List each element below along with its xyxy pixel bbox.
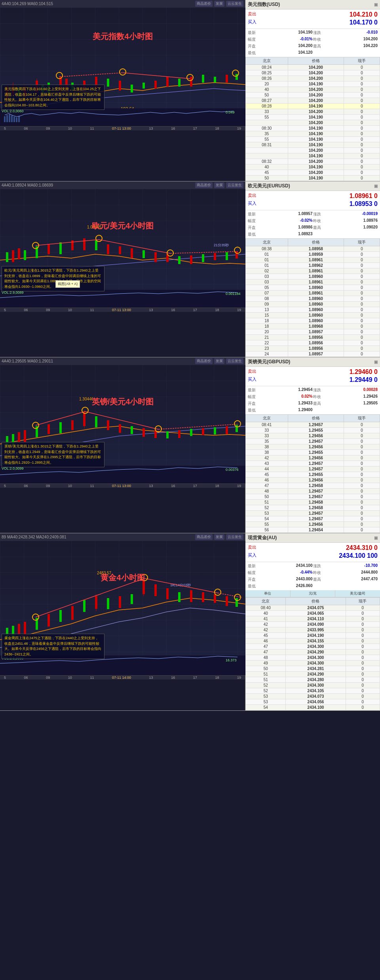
price-table-gold: 北京 价格 现手 08:40 2434.075 0 40 2434.065 0 … [245,597,380,710]
panel-title-gbp: 英镑美元(GBPUSD) [248,359,290,365]
chart-ma-label-gold: 89 MA40:2428.342 MA240:2409.081 [2,535,66,539]
detail-row-usd-3: 昨收 104.200 [313,36,378,43]
table-row: 23 1.08956 0 [246,346,380,351]
chart-ma-label-eur: 4A40:1.08924 MA60:1.08699 [2,183,53,187]
cloud-btn-gbp[interactable]: 云云发生 [226,358,243,364]
svg-rect-88 [71,420,74,430]
panel-title-eur: 欧元美元(EURUSD) [248,183,290,189]
table-row: 45 1.29455 0 [246,472,380,478]
eurusd-right-panel: 欧元美元(EURUSD) ▣ 卖出 1.08961 0 买入 1.08953 0… [245,181,380,357]
commodity-spread-btn-gold[interactable]: 商品差价 [195,534,213,540]
price-table-eur: 北京 价格 现手 08:38 1.08958 0 01 1.08959 0 01… [245,238,380,357]
sell-label-usd: 卖出 [248,11,256,18]
svg-rect-49 [12,250,14,262]
chart-header-eur: 4A40:1.08924 MA60:1.08699 商品差价 发展 云云发生 [0,181,245,189]
chart-canvas-gold: 黄金4小时图 2483.57 1时14分03秒 [0,541,245,675]
chart-annotation-eur: 欧元/美元周四上涨在1.3015之下遇阻，下跌在1.2940之上受到支持，收盘在… [2,266,104,291]
svg-rect-111 [0,466,245,483]
usd-index-chart: 4A40:104.269 MA60:104.515 商品差价 发展 云云发生 美… [0,0,245,181]
table-row: 08:25 104.200 0 [246,70,380,76]
svg-rect-27 [214,77,216,83]
develop-btn-gold[interactable]: 发展 [214,534,224,540]
table-row: 33 1.29455 0 [246,428,380,433]
chart-controls-usd[interactable]: 商品差价 发展 云云发生 [195,1,243,7]
price-display-usd: 卖出 104.210 0 买入 104.170 0 [245,9,380,29]
table-row: 45 104.200 0 [246,170,380,176]
table-row: 44 1.29457 0 [246,466,380,472]
svg-rect-100 [202,428,204,435]
develop-btn-gbp[interactable]: 发展 [214,358,224,364]
buy-price-eur: 1.08953 0 [350,200,378,208]
buy-price-usd: 104.170 0 [350,19,378,26]
develop-btn-usd[interactable]: 发展 [214,1,224,7]
panel-header-usd: 美元指数(USD) ▣ [245,0,380,9]
svg-rect-132 [154,584,157,596]
panel-icon-gold: ▣ [374,536,378,540]
svg-rect-57 [95,240,97,250]
chart-controls-gold[interactable]: 商品差价 发展 云云发生 [195,534,243,540]
table-row: 47 2434.290 0 [246,650,380,655]
table-row: 47 2434.300 0 [246,644,380,650]
price-details-eur: 最新1.08957 涨跌-0.00019 幅度-0.02% 昨收1.08976 … [245,210,380,238]
chart-canvas-usd: 美元指数4小时图 [0,8,245,126]
cloud-btn-eur[interactable]: 云云发生 [226,182,243,188]
commodity-spread-btn-gbp[interactable]: 商品差价 [195,358,213,364]
svg-rect-138 [226,596,228,606]
svg-text:21分35秒: 21分35秒 [214,243,229,247]
detail-row-usd-0: 最新 104.190 [248,30,313,36]
price-details-gold: 最新2434.100 涨跌-10.700 幅度-0.44% 昨收2444.800… [245,562,380,590]
price-table-body-usd: 08:24 104.200 0 08:25 104.200 0 08:26 10… [246,65,380,181]
chart-ma-label-usd: 4A40:104.269 MA60:104.515 [2,2,53,6]
svg-rect-84 [24,430,26,442]
panel-header-eur: 欧元美元(EURUSD) ▣ [245,181,380,191]
svg-rect-38 [4,116,6,122]
cloud-btn-gold[interactable]: 云云发生 [226,534,243,540]
svg-rect-67 [214,253,216,260]
svg-rect-68 [226,252,228,260]
svg-rect-135 [190,590,192,602]
svg-rect-26 [202,75,204,83]
table-row: 55 1.29456 0 [246,522,380,527]
svg-rect-133 [166,588,169,599]
buy-label-usd: 买入 [248,19,256,26]
table-row: 33 104.200 0 [246,109,380,115]
chart-annotation-usd: 美元指数周四下跌在103.60之上受到支持，上涨在104.25之下遇阻，收盘在1… [2,85,104,110]
chart-controls-eur[interactable]: 商品差价 发展 云云发生 [195,182,243,188]
svg-rect-48 [6,252,8,262]
chart-controls-gbp[interactable]: 商品差价 发展 云云发生 [195,358,243,364]
table-row: 22 1.08956 0 [246,340,380,346]
gold-row: 89 MA40:2428.342 MA240:2409.081 商品差价 发展 … [0,533,380,711]
svg-rect-37 [0,108,245,126]
svg-rect-97 [166,431,169,438]
svg-rect-58 [107,244,109,254]
panel-icon-eur: ▣ [374,184,378,188]
commodity-spread-btn-eur[interactable]: 商品差价 [195,182,213,188]
table-row: 35 104.190 0 [246,131,380,137]
cloud-btn-usd[interactable]: 云云发生 [226,1,243,7]
price-display-eur: 卖出 1.08961 0 买入 1.08953 0 [245,191,380,210]
table-row: 41 2434.110 0 [246,616,380,622]
chart-ma-label-gbp: 4A40:1.29505 MA60:1.29011 [2,359,53,363]
chart-title-gold: 黄金4小时图 [101,572,144,583]
sell-label-eur: 卖出 [248,193,256,200]
commodity-spread-btn-usd[interactable]: 商品差价 [195,1,213,7]
svg-rect-83 [18,432,20,442]
svg-rect-29 [236,74,238,80]
gbpusd-chart: 4A40:1.29505 MA60:1.29011 商品差价 发展 云云发生 英… [0,357,245,533]
svg-rect-101 [214,427,216,434]
gold-unit-header: 单位 元/克 美元/盎司 [245,590,380,597]
svg-rect-122 [59,610,62,622]
chart-header-usd: 4A40:104.269 MA60:104.515 商品差价 发展 云云发生 [0,0,245,8]
svg-rect-42 [13,117,15,122]
table-row: 02 1.08961 0 [246,268,380,274]
chart-annotation-gbp: 英镑/美元周四上涨在1.3015之下遇阻，下跌在1.2940之上受到支持，收盘在… [2,442,104,467]
table-row: 20 1.08957 0 [246,329,380,335]
screenshot-note-eur: 截图(Alt + A) [55,280,80,288]
table-row: 08:38 1.08958 0 [246,246,380,252]
eurusd-chart: 4A40:1.08924 MA60:1.08699 商品差价 发展 云云发生 欧… [0,181,245,357]
table-row: 42 1.29456 0 [246,455,380,461]
price-display-gold: 卖出 2434.310 0 买入 2434.100 100 [245,543,380,562]
usd-right-panel: 美元指数(USD) ▣ 卖出 104.210 0 买入 104.170 0 最新… [245,0,380,181]
develop-btn-eur[interactable]: 发展 [214,182,224,188]
chart-title-eur: 欧元/美元4小时图 [92,221,154,231]
